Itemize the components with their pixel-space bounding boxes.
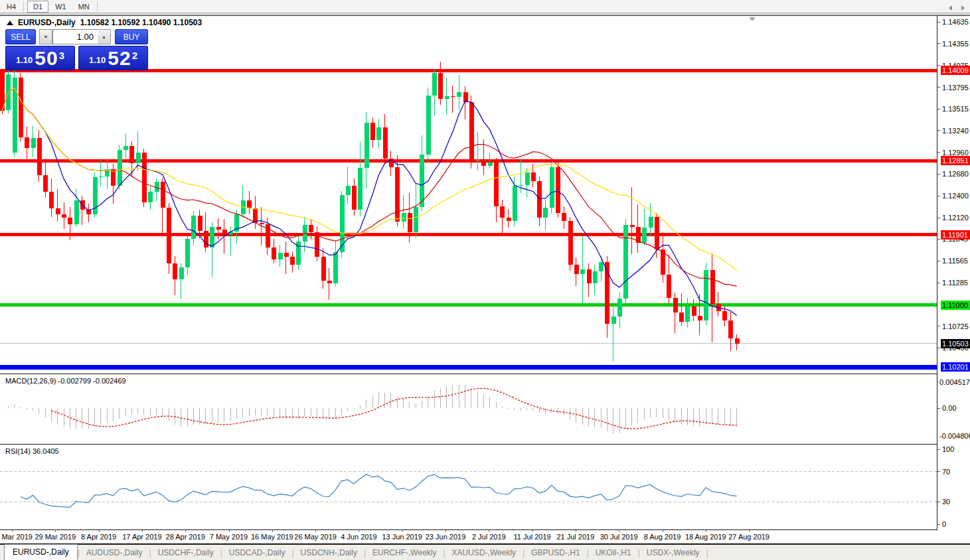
frame-line — [0, 14, 970, 15]
time-tick — [706, 530, 706, 532]
rsi-label: RSI(14) 36.0405 — [5, 447, 59, 455]
price-tick-label: 1.12960 — [937, 149, 970, 157]
rsi-tick-label: 30 — [937, 498, 970, 506]
price-tick-label: 1.13515 — [937, 105, 970, 113]
macd-tick-label: -0.004806 — [937, 432, 970, 440]
timeframe-button-h4[interactable]: H4 — [1, 1, 21, 13]
chart-symbol-label: EURUSD-,Daily — [18, 18, 76, 27]
chart-tab-usdchf[interactable]: USDCHF-,Daily — [151, 546, 220, 560]
chart-tab-ukoil[interactable]: UKOil-,H1 — [589, 546, 638, 560]
time-tick — [619, 530, 619, 532]
date-label: 13 Jun 2019 — [382, 533, 422, 541]
volume-decrease-button[interactable]: ▼ — [39, 29, 52, 44]
chart-tab-usdcad[interactable]: USDCAD-,Daily — [222, 546, 292, 560]
macd-tick-label: 0.004517 — [937, 378, 970, 386]
chart-expand-icon[interactable] — [7, 21, 13, 25]
price-axis[interactable]: 1.146351.143551.140751.137951.135151.132… — [937, 16, 970, 530]
time-tick — [532, 530, 533, 532]
level-price-chip: 1.11000 — [941, 301, 970, 310]
timeframe-button-w1[interactable]: W1 — [50, 1, 72, 13]
sell-price-panel[interactable]: 1.10 50 3 — [5, 46, 75, 70]
time-tick — [445, 530, 446, 532]
sell-price-sup: 3 — [59, 50, 64, 61]
price-tick-label: 1.10725 — [937, 322, 970, 330]
date-label: 4 Jun 2019 — [341, 533, 376, 541]
level-price-chip: 1.14009 — [941, 66, 970, 75]
date-label: 2 Jul 2019 — [472, 533, 506, 541]
chart-tab-audusd[interactable]: AUDUSD-,Daily — [80, 546, 149, 560]
chart-tab-eurusd[interactable]: EURUSD-,Daily — [4, 544, 78, 560]
buy-button[interactable]: BUY — [115, 29, 148, 44]
level-price-chip: 1.12851 — [941, 156, 970, 165]
time-tick — [402, 530, 403, 532]
date-label: 20 Mar 2019 — [0, 533, 33, 541]
level-price-chip: 1.10201 — [941, 362, 970, 372]
chart-tab-xauusd[interactable]: XAUUSD-,Weekly — [445, 546, 523, 560]
macd-pane[interactable] — [0, 374, 937, 443]
date-label: 17 Apr 2019 — [122, 533, 161, 541]
price-tick-label: 1.13795 — [937, 84, 970, 92]
tab-scroll-left-icon[interactable] — [949, 5, 952, 11]
date-label: 21 Jul 2019 — [556, 533, 594, 541]
date-label: 8 Apr 2019 — [81, 533, 116, 541]
chart-tab-usdx[interactable]: USDX-,Weekly — [640, 546, 706, 560]
chart-title: EURUSD-,Daily 1.10582 1.10592 1.10490 1.… — [7, 18, 202, 27]
toolbar-separator — [23, 1, 24, 12]
date-label: 11 Jul 2019 — [514, 533, 551, 541]
macd-tick-label: 0.00 — [937, 404, 970, 412]
date-label: 16 May 2019 — [251, 533, 293, 541]
toolbar-separator — [97, 1, 98, 12]
sell-button[interactable]: SELL — [5, 29, 36, 44]
chart-tab-usdcnh[interactable]: USDCNH-,Daily — [294, 546, 364, 560]
chart-ohlc-values: 1.10582 1.10592 1.10490 1.10503 — [80, 18, 202, 27]
buy-price-big: 52 — [108, 48, 131, 68]
date-label: 7 May 2019 — [210, 533, 248, 541]
buy-price-sup: 2 — [132, 50, 137, 61]
chart-tab-bar: EURUSD-,Daily|AUDUSD-,Daily|USDCHF-,Dail… — [0, 545, 970, 560]
time-tick — [142, 530, 143, 532]
chart-tab-gbpusd[interactable]: GBPUSD-,H1 — [525, 546, 586, 560]
chart-tab-eurchf[interactable]: EURCHF-,Weekly — [366, 546, 443, 560]
rsi-tick-label: 100 — [937, 445, 970, 453]
time-tick — [55, 530, 56, 532]
buy-price-panel[interactable]: 1.10 52 2 — [78, 46, 148, 70]
price-tick-label: 1.14355 — [937, 40, 970, 48]
time-tick — [12, 530, 13, 532]
time-tick — [359, 530, 359, 532]
time-axis[interactable]: 20 Mar 201929 Mar 20198 Apr 201917 Apr 2… — [0, 530, 937, 543]
timeframe-button-mn[interactable]: MN — [73, 1, 95, 13]
volume-input[interactable] — [52, 29, 98, 44]
timeframe-button-d1[interactable]: D1 — [27, 1, 48, 13]
macd-label: MACD(12,26,9) -0.002799 -0.002469 — [5, 377, 126, 385]
rsi-pane[interactable] — [0, 445, 937, 529]
current-price-chip: 1.10503 — [941, 339, 970, 348]
price-tick-label: 1.11565 — [937, 257, 970, 265]
date-label: 29 Mar 2019 — [35, 533, 76, 541]
time-tick — [489, 530, 489, 532]
time-tick — [315, 530, 316, 532]
volume-increase-button[interactable]: ▲ — [98, 29, 111, 44]
one-click-trading-panel: SELL ▼ ▲ BUY 1.10 50 3 1.10 52 2 — [5, 29, 148, 70]
sell-price-big: 50 — [35, 48, 58, 68]
price-tick-label: 1.12120 — [937, 214, 970, 222]
price-tick-label: 1.14635 — [937, 18, 970, 26]
time-tick — [99, 530, 100, 532]
rsi-tick-label: 0 — [937, 520, 970, 528]
price-tick-label: 1.13240 — [937, 127, 970, 135]
timeframe-toolbar: H4D1W1MN — [0, 0, 970, 13]
tab-scroll-arrows — [949, 5, 965, 11]
price-tick-label: 1.12400 — [937, 192, 970, 200]
price-tick-label: 1.11285 — [937, 279, 970, 287]
tab-scroll-right-icon[interactable] — [961, 5, 965, 11]
tab-separator: | — [706, 548, 708, 560]
date-label: 18 Aug 2019 — [685, 533, 726, 541]
time-tick — [185, 530, 186, 532]
time-tick — [576, 530, 576, 532]
time-tick — [663, 530, 663, 532]
scroll-to-end-marker[interactable] — [749, 17, 756, 21]
date-label: 27 Aug 2019 — [728, 533, 769, 541]
level-price-chip: 1.11901 — [941, 230, 970, 240]
date-label: 30 Jul 2019 — [600, 533, 638, 541]
time-tick — [749, 530, 750, 532]
buy-price-prefix: 1.10 — [89, 55, 106, 65]
